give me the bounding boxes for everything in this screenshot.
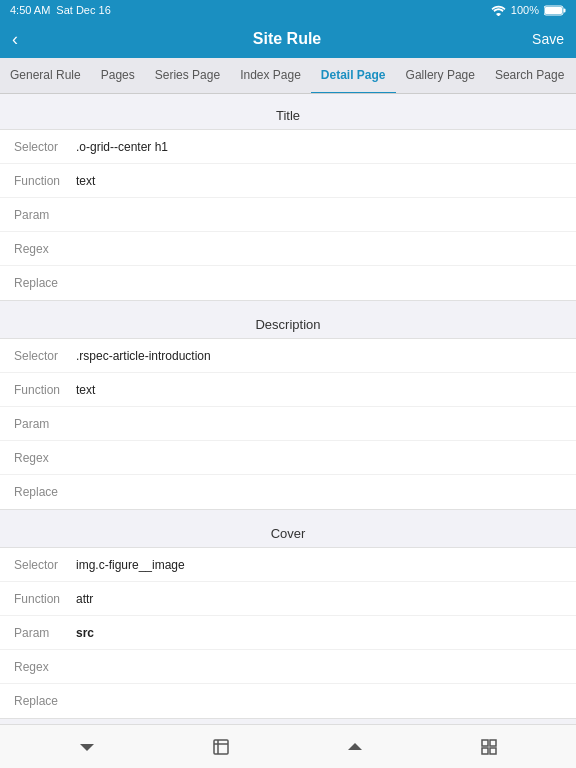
grid-button[interactable] xyxy=(467,725,511,769)
field-row-replace: Replace xyxy=(0,266,576,300)
section-body-title: Selector.o-grid--center h1FunctiontextPa… xyxy=(0,129,576,301)
field-label: Regex xyxy=(14,242,76,256)
field-value[interactable]: attr xyxy=(76,592,93,606)
field-row-regex: Regex xyxy=(0,441,576,475)
field-row-replace: Replace xyxy=(0,475,576,509)
field-row-param: Param xyxy=(0,407,576,441)
tab-pages[interactable]: Pages xyxy=(91,58,145,94)
section-title: TitleSelector.o-grid--center h1Functiont… xyxy=(0,102,576,301)
section-body-cover: Selectorimg.c-figure__imageFunctionattrP… xyxy=(0,547,576,719)
section-header-cover: Cover xyxy=(0,520,576,547)
save-button[interactable]: Save xyxy=(532,31,564,47)
field-label: Replace xyxy=(14,485,76,499)
status-bar: 4:50 AM Sat Dec 16 100% xyxy=(0,0,576,20)
field-row-selector: Selector.rspec-article-introduction xyxy=(0,339,576,373)
main-content: TitleSelector.o-grid--center h1Functiont… xyxy=(0,94,576,768)
status-bar-right: 100% xyxy=(491,4,566,16)
field-label: Param xyxy=(14,208,76,222)
tab-gallery[interactable]: Gallery Page xyxy=(396,58,485,94)
field-value[interactable]: text xyxy=(76,174,95,188)
section-header-title: Title xyxy=(0,102,576,129)
field-row-regex: Regex xyxy=(0,232,576,266)
svg-rect-1 xyxy=(564,8,566,12)
svg-rect-5 xyxy=(490,740,496,746)
tab-general[interactable]: General Rule xyxy=(0,58,91,94)
scroll-up-button[interactable] xyxy=(333,725,377,769)
field-value[interactable]: img.c-figure__image xyxy=(76,558,185,572)
expand-button[interactable] xyxy=(199,725,243,769)
svg-rect-4 xyxy=(482,740,488,746)
wifi-icon xyxy=(491,5,506,16)
tab-detail[interactable]: Detail Page xyxy=(311,58,396,94)
field-row-regex: Regex xyxy=(0,650,576,684)
field-value[interactable]: .rspec-article-introduction xyxy=(76,349,211,363)
svg-rect-3 xyxy=(214,740,228,754)
tab-series[interactable]: Series Page xyxy=(145,58,230,94)
status-bar-left: 4:50 AM Sat Dec 16 xyxy=(10,4,111,16)
field-row-selector: Selectorimg.c-figure__image xyxy=(0,548,576,582)
section-description: DescriptionSelector.rspec-article-introd… xyxy=(0,311,576,510)
field-label: Function xyxy=(14,174,76,188)
field-value[interactable]: .o-grid--center h1 xyxy=(76,140,168,154)
field-row-function: Functiontext xyxy=(0,164,576,198)
field-value[interactable]: src xyxy=(76,626,94,640)
svg-rect-2 xyxy=(545,7,562,14)
field-label: Selector xyxy=(14,558,76,572)
tab-search[interactable]: Search Page xyxy=(485,58,574,94)
status-battery: 100% xyxy=(511,4,539,16)
back-button[interactable]: ‹ xyxy=(12,29,42,50)
field-label: Function xyxy=(14,592,76,606)
section-body-description: Selector.rspec-article-introductionFunct… xyxy=(0,338,576,510)
field-label: Selector xyxy=(14,140,76,154)
tab-bar: General RulePagesSeries PageIndex PageDe… xyxy=(0,58,576,94)
section-cover: CoverSelectorimg.c-figure__imageFunction… xyxy=(0,520,576,719)
field-row-param: Paramsrc xyxy=(0,616,576,650)
svg-rect-7 xyxy=(490,748,496,754)
page-title: Site Rule xyxy=(42,30,532,48)
battery-icon xyxy=(544,5,566,16)
section-header-description: Description xyxy=(0,311,576,338)
field-value[interactable]: text xyxy=(76,383,95,397)
status-time: 4:50 AM xyxy=(10,4,50,16)
field-label: Function xyxy=(14,383,76,397)
field-row-selector: Selector.o-grid--center h1 xyxy=(0,130,576,164)
field-row-function: Functiontext xyxy=(0,373,576,407)
field-label: Param xyxy=(14,626,76,640)
field-label: Regex xyxy=(14,451,76,465)
field-label: Selector xyxy=(14,349,76,363)
field-label: Regex xyxy=(14,660,76,674)
field-label: Replace xyxy=(14,276,76,290)
scroll-down-button[interactable] xyxy=(65,725,109,769)
field-row-param: Param xyxy=(0,198,576,232)
field-row-replace: Replace xyxy=(0,684,576,718)
header: ‹ Site Rule Save xyxy=(0,20,576,58)
tab-index[interactable]: Index Page xyxy=(230,58,311,94)
svg-rect-6 xyxy=(482,748,488,754)
bottom-toolbar xyxy=(0,724,576,768)
status-date: Sat Dec 16 xyxy=(56,4,110,16)
field-row-function: Functionattr xyxy=(0,582,576,616)
field-label: Param xyxy=(14,417,76,431)
field-label: Replace xyxy=(14,694,76,708)
